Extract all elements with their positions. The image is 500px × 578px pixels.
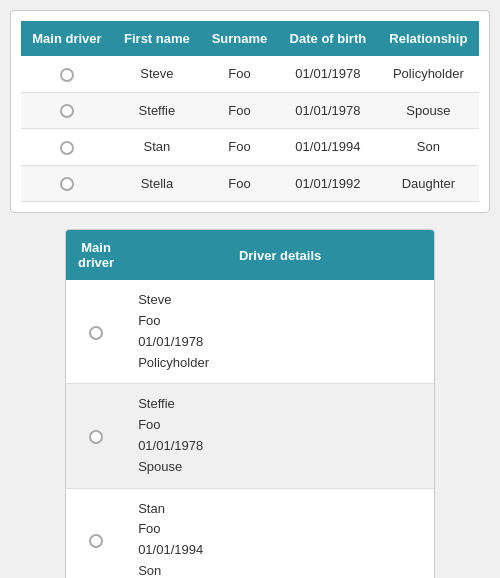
driver-details-cell: StanFoo01/01/1994Son <box>126 488 434 578</box>
mobile-table-row: SteffieFoo01/01/1978Spouse <box>66 384 434 488</box>
relationship-cell: Spouse <box>378 92 479 129</box>
col-header-surname: Surname <box>201 21 278 56</box>
surname-cell: Foo <box>201 129 278 166</box>
desktop-table-row: Stan Foo 01/01/1994 Son <box>21 129 479 166</box>
desktop-table: Main driver First name Surname Date of b… <box>21 21 479 202</box>
radio-button[interactable] <box>60 141 74 155</box>
mobile-col-header-driver-details: Driver details <box>126 230 434 280</box>
desktop-table-wrapper: Main driver First name Surname Date of b… <box>10 10 490 213</box>
col-header-dob: Date of birth <box>278 21 378 56</box>
first-name-cell: Steve <box>113 56 201 92</box>
surname-cell: Foo <box>201 92 278 129</box>
mobile-radio-button[interactable] <box>89 326 103 340</box>
relationship-cell: Daughter <box>378 165 479 202</box>
dob-cell: 01/01/1994 <box>278 129 378 166</box>
desktop-table-row: Steve Foo 01/01/1978 Policyholder <box>21 56 479 92</box>
relationship-cell: Son <box>378 129 479 166</box>
desktop-table-row: Steffie Foo 01/01/1978 Spouse <box>21 92 479 129</box>
mobile-radio-cell[interactable] <box>66 384 126 488</box>
col-header-main-driver: Main driver <box>21 21 113 56</box>
first-name-cell: Stella <box>113 165 201 202</box>
mobile-table-row: StanFoo01/01/1994Son <box>66 488 434 578</box>
radio-cell[interactable] <box>21 129 113 166</box>
mobile-col-header-main-driver: Main driver <box>66 230 126 280</box>
mobile-radio-button[interactable] <box>89 430 103 444</box>
first-name-cell: Stan <box>113 129 201 166</box>
first-name-cell: Steffie <box>113 92 201 129</box>
col-header-relationship: Relationship <box>378 21 479 56</box>
radio-cell[interactable] <box>21 92 113 129</box>
surname-cell: Foo <box>201 165 278 202</box>
mobile-table-row: SteveFoo01/01/1978Policyholder <box>66 280 434 384</box>
mobile-radio-cell[interactable] <box>66 488 126 578</box>
dob-cell: 01/01/1978 <box>278 92 378 129</box>
radio-cell[interactable] <box>21 56 113 92</box>
radio-button[interactable] <box>60 177 74 191</box>
driver-details-cell: SteveFoo01/01/1978Policyholder <box>126 280 434 384</box>
dob-cell: 01/01/1992 <box>278 165 378 202</box>
driver-details-cell: SteffieFoo01/01/1978Spouse <box>126 384 434 488</box>
desktop-table-row: Stella Foo 01/01/1992 Daughter <box>21 165 479 202</box>
surname-cell: Foo <box>201 56 278 92</box>
mobile-radio-button[interactable] <box>89 534 103 548</box>
relationship-cell: Policyholder <box>378 56 479 92</box>
radio-button[interactable] <box>60 68 74 82</box>
col-header-first-name: First name <box>113 21 201 56</box>
mobile-table-wrapper: Main driver Driver details SteveFoo01/01… <box>65 229 435 578</box>
radio-cell[interactable] <box>21 165 113 202</box>
dob-cell: 01/01/1978 <box>278 56 378 92</box>
mobile-table: Main driver Driver details SteveFoo01/01… <box>66 230 434 578</box>
radio-button[interactable] <box>60 104 74 118</box>
mobile-radio-cell[interactable] <box>66 280 126 384</box>
